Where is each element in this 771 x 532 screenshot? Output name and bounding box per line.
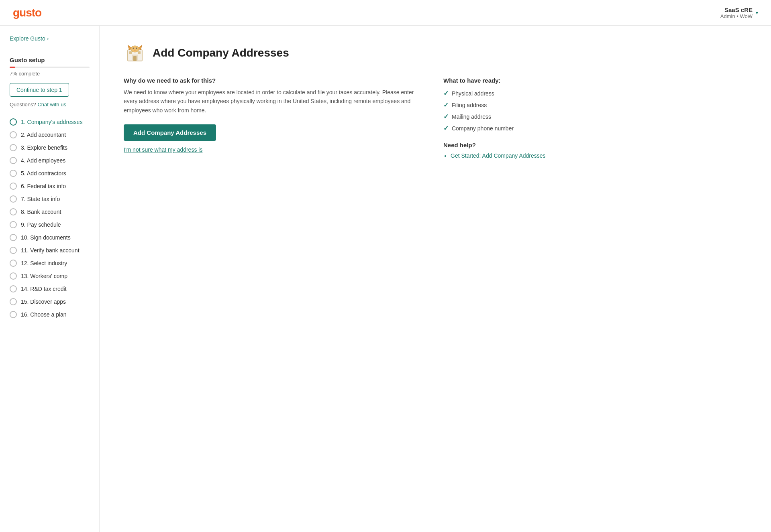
sidebar-step-1[interactable]: 1. Company's addresses bbox=[0, 116, 99, 128]
questions-text: Questions? Chat with us bbox=[0, 102, 99, 108]
page-icon bbox=[124, 42, 146, 64]
sidebar-step-13[interactable]: 13. Workers' comp bbox=[0, 270, 99, 282]
step-circle-16 bbox=[10, 311, 17, 318]
step-label-7: 7. State tax info bbox=[21, 196, 60, 202]
explore-arrow-icon: › bbox=[47, 35, 49, 42]
page-title: Add Company Addresses bbox=[153, 47, 289, 59]
sidebar-step-4[interactable]: 4. Add employees bbox=[0, 154, 99, 167]
step-circle-7 bbox=[10, 195, 17, 203]
sidebar-step-14[interactable]: 14. R&D tax credit bbox=[0, 282, 99, 295]
step-label-5: 5. Add contractors bbox=[21, 170, 66, 177]
step-label-8: 8. Bank account bbox=[21, 209, 61, 215]
sidebar-step-11[interactable]: 11. Verify bank account bbox=[0, 244, 99, 257]
chat-with-us-link[interactable]: Chat with us bbox=[37, 102, 66, 108]
svg-point-5 bbox=[131, 46, 139, 52]
step-circle-10 bbox=[10, 234, 17, 241]
sidebar-step-15[interactable]: 15. Discover apps bbox=[0, 295, 99, 308]
checklist-item-3: ✓Mailing address bbox=[443, 113, 747, 120]
sidebar-step-2[interactable]: 2. Add accountant bbox=[0, 128, 99, 141]
step-label-3: 3. Explore benefits bbox=[21, 144, 67, 151]
left-column: Why do we need to ask for this? We need … bbox=[124, 77, 427, 161]
checklist-text-2: Filing address bbox=[452, 102, 487, 108]
checklist-text-1: Physical address bbox=[452, 90, 494, 97]
check-icon-1: ✓ bbox=[443, 89, 449, 97]
step-circle-9 bbox=[10, 221, 17, 228]
sidebar-step-9[interactable]: 9. Pay schedule bbox=[0, 218, 99, 231]
step-label-4: 4. Add employees bbox=[21, 157, 65, 164]
step-label-15: 15. Discover apps bbox=[21, 298, 66, 305]
sidebar-step-12[interactable]: 12. Select industry bbox=[0, 257, 99, 270]
chevron-down-icon: ▾ bbox=[756, 10, 758, 16]
check-icon-3: ✓ bbox=[443, 113, 449, 120]
step-label-14: 14. R&D tax credit bbox=[21, 286, 67, 292]
checklist: ✓Physical address✓Filing address✓Mailing… bbox=[443, 89, 747, 132]
right-column: What to have ready: ✓Physical address✓Fi… bbox=[443, 77, 747, 161]
sidebar: Explore Gusto › Gusto setup 7% complete … bbox=[0, 26, 100, 532]
sidebar-step-5[interactable]: 5. Add contractors bbox=[0, 167, 99, 180]
page-header: Add Company Addresses bbox=[124, 42, 747, 64]
checklist-text-3: Mailing address bbox=[452, 114, 491, 120]
svg-point-6 bbox=[133, 48, 134, 49]
progress-fill bbox=[10, 67, 15, 68]
why-title: Why do we need to ask for this? bbox=[124, 77, 427, 84]
company-sub: Admin • WoW bbox=[720, 13, 753, 19]
company-selector[interactable]: SaaS cRE Admin • WoW ▾ bbox=[720, 6, 758, 19]
add-company-addresses-button[interactable]: Add Company Addresses bbox=[124, 124, 216, 141]
company-name: SaaS cRE bbox=[720, 6, 753, 13]
sidebar-step-8[interactable]: 8. Bank account bbox=[0, 205, 99, 218]
explore-gusto-link[interactable]: Explore Gusto › bbox=[0, 35, 99, 42]
check-icon-2: ✓ bbox=[443, 101, 449, 109]
sidebar-step-10[interactable]: 10. Sign documents bbox=[0, 231, 99, 244]
step-label-2: 2. Add accountant bbox=[21, 132, 66, 138]
sidebar-step-6[interactable]: 6. Federal tax info bbox=[0, 180, 99, 193]
sidebar-divider bbox=[0, 50, 99, 50]
step-circle-12 bbox=[10, 260, 17, 267]
step-circle-6 bbox=[10, 183, 17, 190]
checklist-item-2: ✓Filing address bbox=[443, 101, 747, 109]
step-circle-15 bbox=[10, 298, 17, 305]
svg-rect-9 bbox=[138, 51, 141, 54]
sidebar-step-16[interactable]: 16. Choose a plan bbox=[0, 308, 99, 321]
explore-gusto-label: Explore Gusto bbox=[10, 35, 45, 42]
step-circle-4 bbox=[10, 157, 17, 164]
not-sure-address-link[interactable]: I'm not sure what my address is bbox=[124, 146, 427, 153]
checklist-item-4: ✓Company phone number bbox=[443, 124, 747, 132]
content-grid: Why do we need to ask for this? We need … bbox=[124, 77, 747, 161]
company-info: SaaS cRE Admin • WoW bbox=[720, 6, 753, 19]
step-list: 1. Company's addresses2. Add accountant3… bbox=[0, 116, 99, 321]
help-list-item-1: Get Started: Add Company Addresses bbox=[451, 152, 747, 159]
why-text: We need to know where your employees are… bbox=[124, 88, 427, 115]
progress-text: 7% complete bbox=[0, 71, 99, 77]
step-circle-13 bbox=[10, 272, 17, 280]
step-label-10: 10. Sign documents bbox=[21, 234, 71, 241]
setup-title: Gusto setup bbox=[0, 57, 99, 63]
step-circle-11 bbox=[10, 247, 17, 254]
step-circle-2 bbox=[10, 131, 17, 138]
main-layout: Explore Gusto › Gusto setup 7% complete … bbox=[0, 26, 771, 532]
step-label-6: 6. Federal tax info bbox=[21, 183, 66, 189]
step-label-11: 11. Verify bank account bbox=[21, 247, 80, 254]
progress-track bbox=[10, 67, 90, 68]
step-label-1: 1. Company's addresses bbox=[21, 119, 83, 125]
continue-step-button[interactable]: Continue to step 1 bbox=[10, 83, 69, 97]
step-label-13: 13. Workers' comp bbox=[21, 273, 67, 279]
step-circle-3 bbox=[10, 144, 17, 151]
step-label-12: 12. Select industry bbox=[21, 260, 67, 266]
gusto-logo: gusto bbox=[13, 6, 41, 19]
step-label-9: 9. Pay schedule bbox=[21, 221, 61, 228]
have-ready-title: What to have ready: bbox=[443, 77, 747, 84]
help-link-1[interactable]: Get Started: Add Company Addresses bbox=[451, 152, 546, 159]
step-circle-8 bbox=[10, 208, 17, 215]
svg-rect-8 bbox=[129, 51, 132, 54]
step-circle-14 bbox=[10, 285, 17, 292]
check-icon-4: ✓ bbox=[443, 124, 449, 132]
main-content: Add Company Addresses Why do we need to … bbox=[100, 26, 771, 532]
questions-prefix: Questions? bbox=[10, 102, 36, 108]
header: gusto SaaS cRE Admin • WoW ▾ bbox=[0, 0, 771, 26]
svg-rect-2 bbox=[133, 56, 137, 61]
need-help-title: Need help? bbox=[443, 142, 747, 148]
sidebar-step-3[interactable]: 3. Explore benefits bbox=[0, 141, 99, 154]
step-label-16: 16. Choose a plan bbox=[21, 311, 67, 318]
sidebar-step-7[interactable]: 7. State tax info bbox=[0, 193, 99, 205]
checklist-text-4: Company phone number bbox=[452, 125, 514, 132]
